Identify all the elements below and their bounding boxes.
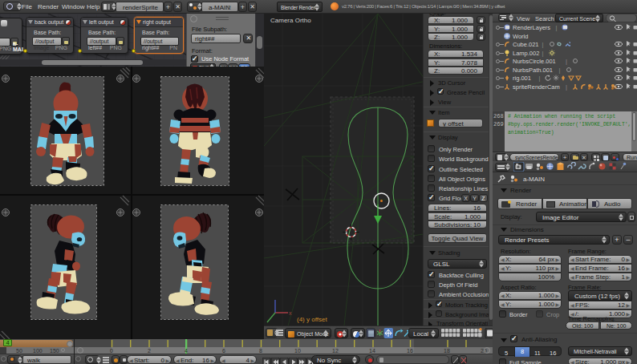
svg-text:18: 18 [444, 348, 450, 354]
svg-text:0: 0 [110, 348, 113, 354]
svg-text:8: 8 [259, 348, 262, 354]
svg-text:14: 14 [369, 348, 375, 354]
svg-text:10: 10 [294, 348, 301, 354]
svg-text:x: x [289, 310, 292, 316]
svg-text:12: 12 [332, 348, 339, 354]
svg-text:6: 6 [222, 348, 225, 354]
svg-text:4: 4 [185, 348, 188, 354]
svg-text:16: 16 [407, 348, 413, 354]
svg-text:2: 2 [148, 348, 151, 354]
